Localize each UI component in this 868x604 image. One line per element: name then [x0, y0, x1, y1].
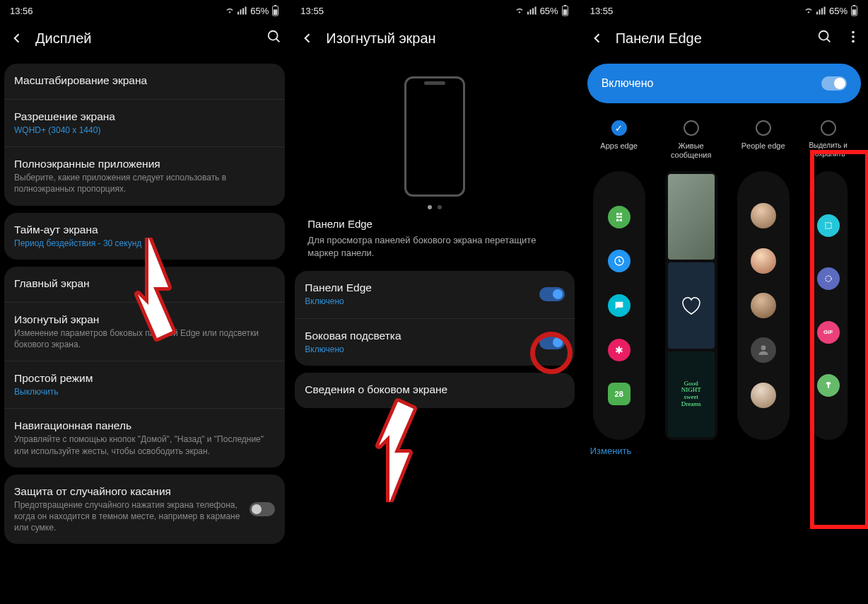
svg-point-17 — [826, 276, 831, 281]
phone-preview-icon — [404, 76, 465, 197]
master-toggle-switch[interactable] — [821, 76, 847, 91]
setting-screen-timeout[interactable]: Тайм-аут экрана Период бездействия - 30 … — [4, 213, 285, 260]
setting-edge-lighting[interactable]: Боковая подсветка Включено — [295, 318, 574, 366]
status-right: 65% — [804, 5, 858, 16]
setting-edge-panels[interactable]: Панели Edge Включено — [295, 271, 574, 318]
smart-select-preview: GIF — [809, 171, 848, 440]
phone-edge-screen: 13:55 65% Изогнутый экран Панели Edge Дл… — [291, 0, 578, 604]
radio-apps-edge[interactable]: ✓ — [611, 120, 627, 136]
setting-easy-mode[interactable]: Простой режим Выключить — [4, 361, 285, 408]
header: Панели Edge — [580, 18, 868, 64]
setting-fullscreen-apps[interactable]: Полноэкранные приложения Выберите, какие… — [4, 146, 285, 205]
signal-icon — [816, 6, 826, 15]
toggle-accidental-touch[interactable] — [250, 502, 275, 516]
page-dots — [428, 205, 442, 209]
asterisk-icon: ✱ — [608, 339, 631, 361]
svg-point-12 — [852, 35, 855, 38]
panel-people-edge[interactable]: People edge — [732, 120, 795, 440]
battery-icon — [561, 5, 569, 16]
radio-smart-select[interactable] — [821, 120, 836, 136]
status-time: 13:55 — [590, 6, 614, 16]
setting-home-screen[interactable]: Главный экран — [4, 267, 285, 302]
svg-rect-9 — [852, 9, 857, 15]
toggle-edge-lighting[interactable] — [539, 335, 565, 349]
avatar-placeholder — [751, 337, 776, 363]
signal-icon — [237, 6, 247, 15]
page-title: Дисплей — [35, 30, 258, 47]
svg-point-15 — [761, 346, 766, 351]
setting-resolution[interactable]: Разрешение экрана WQHD+ (3040 x 1440) — [4, 99, 285, 146]
back-button[interactable] — [298, 28, 317, 48]
page-title: Изогнутый экран — [326, 30, 571, 47]
oval-icon — [817, 267, 840, 290]
edge-description: Панели Edge Для просмотра панелей боково… — [295, 218, 574, 271]
wifi-icon — [515, 6, 524, 15]
panel-smart-select[interactable]: Выделить и сохранить GIF — [804, 120, 853, 440]
battery-icon — [850, 5, 858, 16]
svg-rect-5 — [564, 5, 566, 6]
radio-people-edge[interactable] — [756, 120, 771, 136]
search-icon[interactable] — [266, 29, 282, 47]
setting-accidental-touch[interactable]: Защита от случайного касания Предотвраще… — [4, 475, 285, 545]
svg-rect-2 — [274, 9, 278, 15]
dot — [438, 205, 442, 209]
status-time: 13:56 — [10, 6, 33, 16]
avatar — [751, 383, 776, 408]
status-right: 65% — [515, 5, 569, 16]
setting-screen-zoom[interactable]: Масштабирование экрана — [4, 64, 285, 99]
toggle-edge-panels[interactable] — [539, 287, 565, 301]
apps-edge-preview: ✱ 28 — [593, 171, 645, 440]
avatar — [751, 248, 776, 274]
radio-live-messages[interactable] — [684, 120, 699, 136]
more-icon[interactable] — [845, 29, 861, 47]
settings-list: Масштабирование экрана Разрешение экрана… — [0, 64, 289, 604]
live-thumb — [668, 262, 715, 348]
setting-edge-about[interactable]: Сведения о боковом экране — [295, 373, 574, 408]
clock-icon — [608, 250, 631, 272]
messages-icon — [608, 294, 631, 317]
panel-live-messages[interactable]: Живые сообщения GoodNIGHTsweetDreams — [659, 120, 723, 440]
gif-icon: GIF — [817, 321, 840, 344]
status-bar: 13:55 65% — [291, 0, 578, 18]
live-thumb — [668, 174, 715, 260]
battery-icon — [271, 5, 279, 16]
wifi-icon — [225, 6, 235, 15]
wifi-icon — [804, 6, 814, 15]
status-right: 65% — [225, 5, 279, 16]
avatar — [751, 203, 776, 228]
svg-rect-6 — [563, 9, 567, 15]
master-toggle-pill[interactable]: Включено — [587, 64, 861, 103]
avatar — [751, 293, 776, 318]
svg-point-3 — [269, 31, 278, 40]
status-time: 13:55 — [300, 6, 324, 16]
master-toggle-label: Включено — [602, 77, 654, 90]
panel-list: ✓ Apps edge ✱ 28 Живые сообщения GoodNIG… — [580, 120, 868, 440]
setting-nav-bar[interactable]: Навигационная панель Управляйте с помощь… — [4, 408, 285, 467]
phone-edge-panels: 13:55 65% Панели Edge Включено ✓ Apps ed… — [580, 0, 868, 604]
dot-active — [428, 205, 432, 209]
signal-icon — [527, 6, 537, 15]
svg-point-10 — [819, 31, 828, 40]
back-button[interactable] — [7, 28, 27, 48]
rectangle-icon — [817, 214, 840, 237]
svg-rect-1 — [274, 5, 276, 6]
edit-link[interactable]: Изменить — [580, 440, 868, 462]
svg-point-11 — [852, 31, 855, 34]
calculator-icon — [608, 206, 631, 228]
svg-rect-16 — [826, 223, 831, 228]
pin-icon — [817, 374, 840, 397]
svg-rect-8 — [853, 5, 855, 6]
people-edge-preview — [737, 171, 790, 440]
svg-point-13 — [852, 40, 855, 43]
status-bar: 13:56 65% — [0, 0, 289, 18]
battery-pct: 65% — [250, 6, 269, 16]
back-button[interactable] — [587, 28, 607, 48]
edge-content: Панели Edge Для просмотра панелей боково… — [291, 64, 578, 604]
battery-pct: 65% — [540, 6, 558, 16]
status-bar: 13:55 65% — [580, 0, 868, 18]
battery-pct: 65% — [829, 6, 848, 16]
panel-apps-edge[interactable]: ✓ Apps edge ✱ 28 — [587, 120, 651, 440]
search-icon[interactable] — [817, 29, 833, 47]
header: Изогнутый экран — [291, 18, 578, 64]
setting-edge-screen[interactable]: Изогнутый экран Изменение параметров бок… — [4, 302, 285, 361]
